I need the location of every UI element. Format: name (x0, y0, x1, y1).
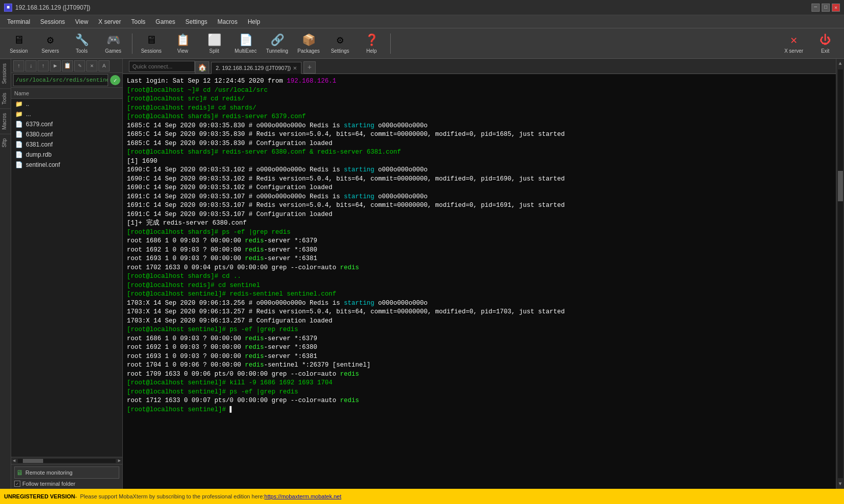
scroll-track[interactable] (838, 69, 843, 478)
follow-folder-label: Follow terminal folder (22, 481, 76, 487)
follow-folder-checkbox[interactable] (14, 481, 20, 487)
view-label: View (177, 48, 188, 54)
toolbar-view[interactable]: 📋 View (168, 30, 197, 57)
terminal-line: root 1712 1633 0 09:07 pts/0 00:00:00 gr… (127, 397, 832, 406)
terminal-line: [root@localhost ~]# cd /usr/local/src (127, 86, 832, 95)
tunneling-label: Tunneling (266, 48, 288, 54)
quick-connect-input[interactable] (129, 61, 195, 72)
toolbar-help[interactable]: ❓ Help (357, 30, 386, 57)
terminal-line: 1690:C 14 Sep 2020 09:03:53.102 # o000o0… (127, 166, 832, 175)
menu-xserver[interactable]: X server (93, 17, 126, 26)
toolbar-xserver[interactable]: ✕ X server (779, 30, 808, 57)
exit-icon: ⏻ (820, 33, 831, 47)
toolbar-settings[interactable]: ⚙ Settings (325, 30, 355, 57)
file-down-button[interactable]: ↓ (25, 60, 37, 71)
scroll-thumb[interactable] (838, 171, 843, 201)
toolbar-sessions[interactable]: 🖥 Sessions (137, 30, 166, 57)
file-edit-button[interactable]: ✎ (74, 60, 85, 71)
toolbar-split[interactable]: ⬜ Split (199, 30, 229, 57)
monitor-icon: 🖥 (16, 469, 23, 477)
file-up-button[interactable]: ↑ (13, 60, 24, 71)
file-item-6381conf[interactable]: 📄 6381.conf (11, 139, 122, 150)
tab-home-button[interactable]: 🏠 (195, 61, 209, 74)
menu-games[interactable]: Games (151, 17, 181, 26)
menu-tools[interactable]: Tools (126, 17, 151, 26)
terminal-line: root 1693 1 0 09:03 ? 00:00:00 redis-ser… (127, 352, 832, 362)
hscroll-left-btn[interactable]: ◀ (11, 458, 17, 463)
file-item-6380conf[interactable]: 📄 6380.conf (11, 129, 122, 139)
file-rename-button[interactable]: A (98, 60, 110, 71)
file-copy-button[interactable]: 📋 (62, 60, 73, 71)
scroll-up-button[interactable]: ▲ (838, 59, 841, 68)
terminal-line: [root@localhost shards]# redis-server 63… (127, 113, 832, 122)
status-bar: UNREGISTERED VERSION - Please support Mo… (0, 489, 844, 504)
remote-monitor-button[interactable]: 🖥 Remote monitoring (14, 466, 119, 479)
terminal-line: root 1692 1 0 09:03 ? 00:00:00 redis-ser… (127, 246, 832, 255)
status-link[interactable]: https://mobaxterm.mobatek.net (264, 493, 342, 499)
menu-macros[interactable]: Macros (213, 17, 243, 26)
file-item-dumprdb[interactable]: 📄 dump.rdb (11, 150, 122, 160)
close-button[interactable]: ✕ (832, 4, 840, 12)
file-item-6379conf[interactable]: 📄 6379.conf (11, 119, 122, 129)
menu-help[interactable]: Help (243, 17, 265, 26)
terminal-line: [root@localhost shards]# cd .. (127, 272, 832, 281)
file-item-current[interactable]: 📁 ... (11, 109, 122, 119)
sidebar-item-macros[interactable]: Macros (0, 109, 11, 134)
terminal-line: 1685:C 14 Sep 2020 09:03:35.830 # Redis … (127, 130, 832, 139)
sidebar-item-sftp[interactable]: Sftp (0, 134, 11, 152)
menu-settings[interactable]: Settings (180, 17, 212, 26)
toolbar-games[interactable]: 🎮 Games (98, 30, 128, 57)
follow-folder-toggle[interactable]: Follow terminal folder (14, 481, 119, 487)
file-hscroll: ◀ ▶ (11, 457, 122, 464)
help-icon: ❓ (365, 33, 379, 47)
terminal-line: root 1704 1 0 09:06 ? 00:00:00 redis-sen… (127, 361, 832, 370)
terminal-line: root 1702 1633 0 09:04 pts/0 00:00:00 gr… (127, 264, 832, 273)
status-unregistered-text: UNREGISTERED VERSION (4, 493, 75, 499)
window-title: 192.168.126.129 ([JT0907]) (15, 4, 812, 11)
toolbar-packages[interactable]: 📦 Packages (294, 30, 323, 57)
file-item-label: sentinel.conf (26, 161, 60, 168)
menu-terminal[interactable]: Terminal (2, 17, 35, 26)
terminal-line: [1] 1690 (127, 157, 832, 166)
minimize-button[interactable]: ─ (812, 4, 820, 12)
toolbar-tunneling[interactable]: 🔗 Tunneling (262, 30, 292, 57)
multiexec-label: MultiExec (234, 48, 256, 54)
terminal-line: 1703:X 14 Sep 2020 09:06:13.257 # Redis … (127, 308, 832, 317)
terminal-line: root 1686 1 0 09:03 ? 00:00:00 redis-ser… (127, 237, 832, 246)
terminal-line: root 1693 1 0 09:03 ? 00:00:00 redis-ser… (127, 255, 832, 264)
app-icon: ■ (4, 4, 12, 12)
tab-add-button[interactable]: + (303, 61, 316, 74)
tab-close-button[interactable]: ✕ (293, 65, 297, 71)
maximize-button[interactable]: □ (822, 4, 830, 12)
file-parent-button[interactable]: ↑ (38, 60, 49, 71)
file-icon: 📄 (15, 121, 23, 128)
session-icon: 🖥 (13, 33, 24, 47)
sidebar-item-sessions[interactable]: Sessions (0, 59, 11, 88)
file-toolbar: ↑ ↓ ↑ ▶ 📋 ✎ ✕ A (11, 59, 122, 73)
hscroll-track[interactable] (18, 459, 115, 463)
terminal-line: 1685:C 14 Sep 2020 09:03:35.830 # o000o0… (127, 122, 832, 131)
tab-active[interactable]: 2. 192.168.126.129 ([JT0907]) ✕ (211, 62, 301, 74)
file-item-parent[interactable]: 📁 .. (11, 99, 122, 109)
menu-view[interactable]: View (70, 17, 93, 26)
toolbar-exit[interactable]: ⏻ Exit (811, 30, 840, 57)
exit-label: Exit (821, 48, 830, 54)
toolbar-servers[interactable]: ⚙ Servers (36, 30, 65, 57)
servers-label: Servers (42, 48, 59, 54)
file-path: /usr/local/src/redis/sentinel/ (13, 74, 108, 86)
side-tabs: Sessions Tools Macros Sftp (0, 59, 11, 489)
toolbar-session[interactable]: 🖥 Session (4, 30, 33, 57)
terminal-content[interactable]: Last login: Sat Sep 12 12:24:45 2020 fro… (123, 74, 836, 489)
menu-sessions[interactable]: Sessions (35, 17, 70, 26)
hscroll-right-btn[interactable]: ▶ (117, 458, 122, 463)
file-delete-button[interactable]: ✕ (86, 60, 97, 71)
terminal-line: 1703:X 14 Sep 2020 09:06:13.256 # o000o0… (127, 299, 832, 308)
file-item-sentinelconf[interactable]: 📄 sentinel.conf (11, 160, 122, 170)
title-bar: ■ 192.168.126.129 ([JT0907]) ─ □ ✕ (0, 0, 844, 15)
toolbar-multiexec[interactable]: 📄 MultiExec (231, 30, 260, 57)
toolbar-separator-2 (390, 33, 391, 54)
scroll-down-button[interactable]: ▼ (838, 479, 841, 489)
file-run-button[interactable]: ▶ (50, 60, 61, 71)
sidebar-item-tools[interactable]: Tools (0, 88, 11, 109)
toolbar-tools[interactable]: 🔧 Tools (67, 30, 96, 57)
